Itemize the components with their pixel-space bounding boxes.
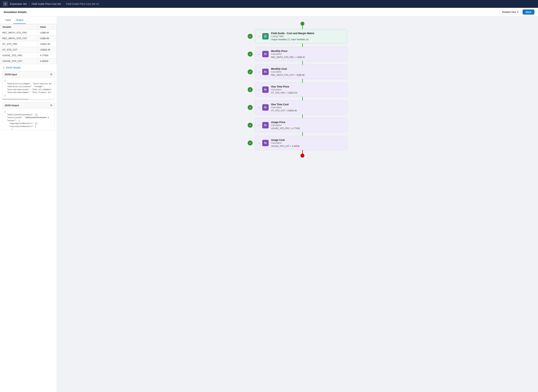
flow-check-icon: ✓ bbox=[248, 69, 253, 74]
flow-row: ✓ › ⊞ Field Guide - Cost and Margin Matr… bbox=[248, 29, 347, 47]
card-type-icon: fx bbox=[262, 69, 269, 75]
right-canvas: ✓ › ⊞ Field Guide - Cost and Margin Matr… bbox=[57, 16, 538, 392]
flow-row: ✓ › fx Monthly Cost Calculation REC_MNTH… bbox=[248, 65, 347, 83]
card-expand-button[interactable]: › bbox=[258, 123, 260, 127]
json-output-content: { "additionalOutputData": {}, "execution… bbox=[2, 108, 54, 130]
card-detail: REC_MNTH_STD_CST = US$6.96 bbox=[271, 74, 344, 76]
flow-row: ✓ › fx One Time Price Calculation OT_STD… bbox=[248, 83, 347, 100]
connector-row bbox=[248, 132, 347, 136]
tab-output[interactable]: Output bbox=[13, 16, 26, 24]
card-type-icon: fx bbox=[262, 86, 269, 93]
var-name: REC_MNTH_STD_CST bbox=[0, 36, 38, 41]
card-expand-button[interactable]: › bbox=[258, 70, 260, 74]
card-subtitle: Calculation bbox=[271, 89, 344, 91]
card-expand-button[interactable]: › bbox=[258, 106, 260, 109]
view-select-button[interactable]: Detailed View ▾ bbox=[500, 9, 521, 14]
connector-row bbox=[248, 115, 347, 118]
card-subtitle: Lookup Table bbox=[271, 35, 344, 37]
dash: - bbox=[63, 2, 64, 5]
card-detail: USAGE_STD_CST = 4.30000 bbox=[271, 145, 344, 147]
json-input-copy-button[interactable]: ⧉ bbox=[50, 73, 52, 76]
app-name: Expression Set bbox=[10, 2, 27, 5]
var-value: 4.77000 bbox=[38, 53, 56, 58]
card-text: Monthly Price Calculation REC_MNTH_STD_P… bbox=[271, 50, 344, 59]
card-type-icon: ⊞ bbox=[262, 33, 269, 39]
var-value: US$22.00 bbox=[38, 41, 56, 47]
separator: | bbox=[29, 2, 29, 5]
app-icon: ≡ bbox=[3, 1, 8, 6]
card-title: Field Guide - Cost and Margin Matrix bbox=[271, 32, 344, 35]
table-row: OT_STD_CST US$20.46 bbox=[0, 47, 57, 53]
card-type-icon: fx bbox=[262, 51, 269, 57]
json-input-scrollbar[interactable] bbox=[2, 99, 54, 100]
flow-row: ✓ › fx Monthly Price Calculation REC_MNT… bbox=[248, 47, 347, 65]
connector-row bbox=[248, 61, 347, 65]
start-node bbox=[301, 22, 304, 26]
json-input-scroll-thumb bbox=[2, 99, 28, 100]
card-text: Monthly Cost Calculation REC_MNTH_STD_CS… bbox=[271, 67, 344, 76]
card-expand-button[interactable]: › bbox=[258, 88, 260, 91]
json-input-header: JSON Input ⧉ bbox=[2, 71, 54, 78]
col-value: Value bbox=[38, 24, 56, 30]
var-value: US$20.46 bbox=[38, 47, 56, 53]
back-button[interactable]: Back bbox=[523, 9, 534, 14]
card-text: Usage Price Calculation USAGE_STD_PRC = … bbox=[271, 121, 344, 130]
card-inner: › fx One Time Cost Calculation OT_STD_CS… bbox=[255, 100, 347, 114]
json-output-header: JSON Output ⧉ bbox=[2, 102, 54, 108]
tabs: Input Output bbox=[0, 16, 57, 24]
card-text: One Time Cost Calculation OT_STD_CST = U… bbox=[271, 103, 344, 112]
card-title: Monthly Price bbox=[271, 50, 344, 52]
table-row: USAGE_STD_CST 4.30000 bbox=[0, 58, 57, 64]
json-output-copy-button[interactable]: ⧉ bbox=[50, 104, 52, 107]
flow-row: ✓ › fx Usage Cost Calculation USAGE_STD_… bbox=[248, 136, 347, 154]
card-expand-button[interactable]: › bbox=[258, 34, 260, 38]
json-details-label: JSON Details bbox=[6, 66, 21, 69]
flow-row: ✓ › fx Usage Price Calculation USAGE_STD… bbox=[248, 118, 347, 136]
end-node-wrapper bbox=[248, 154, 347, 158]
flow-node-row: ✓ › fx One Time Cost Calculation OT_STD_… bbox=[248, 100, 347, 115]
flow-check-icon: ✓ bbox=[248, 123, 253, 128]
card-subtitle: Calculation bbox=[271, 142, 344, 144]
connector-line bbox=[302, 61, 303, 65]
card-inner: › fx Usage Cost Calculation USAGE_STD_CS… bbox=[255, 136, 347, 150]
table-row: USAGE_STD_PRC 4.77000 bbox=[0, 53, 57, 58]
connector-wrapper bbox=[258, 97, 347, 100]
connector-wrapper bbox=[258, 115, 347, 118]
card-text: One Time Price Calculation OT_STD_PRC = … bbox=[271, 85, 344, 94]
card-expand-button[interactable]: › bbox=[258, 141, 260, 145]
card-title: One Time Price bbox=[271, 85, 344, 88]
var-name: USAGE_STD_CST bbox=[0, 58, 38, 64]
json-details-toggle[interactable]: ∨ JSON Details bbox=[0, 64, 57, 71]
card-inner: › fx One Time Price Calculation OT_STD_P… bbox=[255, 83, 347, 97]
card-inner: › fx Monthly Price Calculation REC_MNTH_… bbox=[255, 47, 347, 61]
json-output-section: JSON Output ⧉ { "additionalOutputData": … bbox=[2, 102, 55, 130]
tab-input[interactable]: Input bbox=[3, 16, 13, 24]
flow-container: ✓ › ⊞ Field Guide - Cost and Margin Matr… bbox=[248, 22, 347, 158]
table-row: OT_STD_PRC US$22.00 bbox=[0, 41, 57, 47]
card-title: Monthly Cost bbox=[271, 67, 344, 70]
main-layout: Input Output Variable Value REC_MNTH_STD… bbox=[0, 16, 538, 392]
col-variable: Variable bbox=[0, 24, 38, 30]
card-expand-button[interactable]: › bbox=[258, 52, 260, 56]
card-type-icon: fx bbox=[262, 104, 269, 111]
left-panel: Input Output Variable Value REC_MNTH_STD… bbox=[0, 16, 57, 392]
flow-check-icon: ✓ bbox=[248, 87, 253, 92]
card-detail: OT_STD_CST = US$20.46 bbox=[271, 109, 344, 112]
flow-node-row: ✓ › ⊞ Field Guide - Cost and Margin Matr… bbox=[248, 29, 347, 43]
var-value: US$8.00 bbox=[38, 30, 56, 36]
flow-card-calc: › fx One Time Price Calculation OT_STD_P… bbox=[255, 83, 347, 97]
flow-node-row: ✓ › fx Monthly Price Calculation REC_MNT… bbox=[248, 47, 347, 61]
connector-line bbox=[302, 97, 303, 100]
card-title: One Time Cost bbox=[271, 103, 344, 106]
chevron-down-icon: ∨ bbox=[3, 66, 5, 69]
json-input-section: JSON Input ⧉ { "CharacteristicName": "Di… bbox=[2, 71, 55, 100]
flow-card-calc: › fx Monthly Cost Calculation REC_MNTH_S… bbox=[255, 65, 347, 79]
var-name: REC_MNTH_STD_PRC bbox=[0, 30, 38, 36]
flow-node-row: ✓ › fx Monthly Cost Calculation REC_MNTH… bbox=[248, 65, 347, 79]
card-text: Field Guide - Cost and Margin Matrix Loo… bbox=[271, 32, 344, 41]
connector-row bbox=[248, 43, 347, 47]
var-value: 4.30000 bbox=[38, 58, 56, 64]
card-detail: Output Variables (7), Input Variables (4… bbox=[271, 38, 344, 41]
simulation-details-title: Simulation Details bbox=[4, 10, 27, 14]
page-name: Field Guide Price Cost Set bbox=[32, 2, 61, 5]
